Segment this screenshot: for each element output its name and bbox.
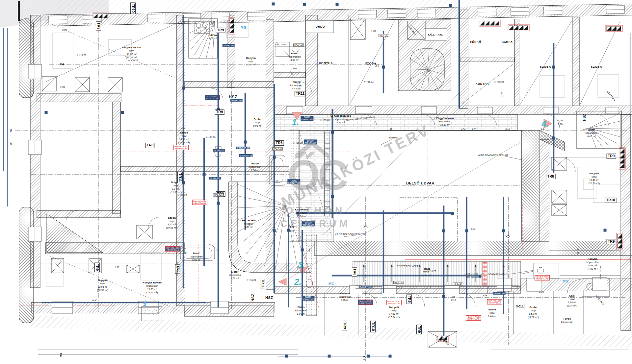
floor-plan-page: ŐCOTTHONCENTRUMMUNKAKÖZI TERVNappali-étk…: [0, 0, 632, 364]
floor-plan-drawing: [0, 0, 632, 364]
vent-shaft-group: [479, 20, 501, 26]
vent-shaft-group: [619, 148, 625, 169]
vent-shaft-group: [92, 13, 109, 19]
vent-shaft-group: [606, 25, 622, 32]
vent-shaft-group: [508, 25, 530, 31]
vent-shaft-group: [617, 233, 623, 250]
vent-shaft-group: [437, 335, 449, 341]
vent-shaft-group: [229, 17, 235, 34]
